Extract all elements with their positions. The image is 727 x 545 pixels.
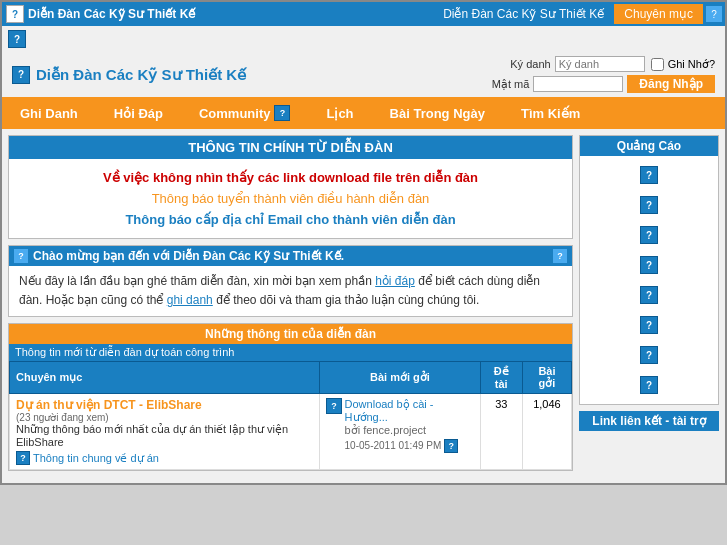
- ad-help-7: ?: [584, 340, 714, 370]
- forum-cat-cell: Dự án thư viện DTCT - ElibShare (23 ngườ…: [10, 394, 320, 470]
- welcome-box: ? Chào mừng bạn đến với Diễn Đàn Các Kỹ …: [8, 245, 573, 317]
- help-row: ?: [2, 26, 725, 52]
- window-help-icon[interactable]: ?: [705, 5, 723, 23]
- forum-table-header-row: Chuyên mục Bài mới gởi Đề tài Bài gởi: [10, 362, 572, 394]
- welcome-icon-right: ?: [552, 248, 568, 264]
- forum-cat-name[interactable]: Dự án thư viện DTCT - ElibShare: [16, 398, 313, 412]
- ad-icon-2[interactable]: ?: [640, 196, 658, 214]
- ad-box: Quảng Cáo ? ? ? ? ? ? ? ?: [579, 135, 719, 405]
- welcome-header: ? Chào mừng bạn đến với Diễn Đàn Các Kỹ …: [9, 246, 572, 266]
- welcome-icon-left: ?: [13, 248, 29, 264]
- logo-text: Diễn Đàn Các Kỹ Sư Thiết Kế: [36, 66, 246, 84]
- col-chuyenmuc: Chuyên mục: [10, 362, 320, 394]
- login-username-row: Ký danh Ghi Nhớ?: [510, 56, 715, 72]
- forum-subcat-row: ? Thông tin chung về dự án: [16, 451, 313, 465]
- ad-icon-5[interactable]: ?: [640, 286, 658, 304]
- ad-icon-4[interactable]: ?: [640, 256, 658, 274]
- forum-cat-desc: Những thông báo mới nhất của dự án thiết…: [16, 423, 313, 448]
- ad-body: ? ? ? ? ? ? ? ?: [580, 156, 718, 404]
- main-layout: THÔNG TIN CHÍNH TỪ DIỄN ĐÀN Về việc khôn…: [2, 129, 725, 483]
- username-input[interactable]: [555, 56, 645, 72]
- site-logo: ? Diễn Đàn Các Kỹ Sư Thiết Kế: [12, 66, 492, 84]
- remember-checkbox[interactable]: [651, 58, 664, 71]
- latest-post-date: 10-05-2011 01:49 PM: [345, 440, 442, 451]
- community-help-icon[interactable]: ?: [274, 105, 290, 121]
- ann-item-1: Về việc không nhìn thấy các link downloa…: [21, 167, 560, 188]
- ad-icon-6[interactable]: ?: [640, 316, 658, 334]
- title-bar: ? Diễn Đàn Các Kỹ Sư Thiết Kế Diễn Đàn C…: [2, 2, 725, 26]
- welcome-title: Chào mừng bạn đến với Diễn Đàn Các Kỹ Sư…: [33, 249, 552, 263]
- ad-icon-7[interactable]: ?: [640, 346, 658, 364]
- login-password-row: Mật mã Đăng Nhập: [492, 75, 715, 93]
- subcat-link[interactable]: Thông tin chung về dự án: [33, 452, 159, 465]
- ad-help-4: ?: [584, 250, 714, 280]
- title-tabs: Diễn Đàn Các Kỹ Sư Thiết Kế Chuyên mục: [433, 4, 703, 24]
- forum-latest-cell: ? Download bộ cài - Hướng... bởi fence.p…: [320, 394, 480, 470]
- username-label: Ký danh: [510, 58, 550, 70]
- ann-item-3: Thông báo cấp địa chỉ Email cho thành vi…: [21, 209, 560, 230]
- ad-help-5: ?: [584, 280, 714, 310]
- help-button-top[interactable]: ?: [8, 30, 26, 48]
- forum-section-header: Những thông tin của diễn đàn: [9, 324, 572, 344]
- nav-community-label: Community: [199, 106, 271, 121]
- subcat-icon: ?: [16, 451, 30, 465]
- latest-post-by: bởi fence.project: [345, 424, 427, 436]
- main-content: THÔNG TIN CHÍNH TỪ DIỄN ĐÀN Về việc khôn…: [8, 135, 573, 477]
- ad-help-3: ?: [584, 220, 714, 250]
- tab-home[interactable]: Diễn Đàn Các Kỹ Sư Thiết Kế: [433, 4, 614, 24]
- forum-section: Những thông tin của diễn đàn Thông tin m…: [8, 323, 573, 471]
- announcements-box: THÔNG TIN CHÍNH TỪ DIỄN ĐÀN Về việc khôn…: [8, 135, 573, 239]
- logo-icon: ?: [12, 66, 30, 84]
- nav-community[interactable]: Community ?: [181, 97, 309, 129]
- announcements-header: THÔNG TIN CHÍNH TỪ DIỄN ĐÀN: [9, 136, 572, 159]
- ad-help-8: ?: [584, 370, 714, 400]
- window-icon: ?: [6, 5, 24, 23]
- ad-icon-3[interactable]: ?: [640, 226, 658, 244]
- latest-post-title[interactable]: Download bộ cài - Hướng...: [345, 398, 434, 423]
- ad-header: Quảng Cáo: [580, 136, 718, 156]
- latest-post-icon2: ?: [444, 439, 458, 453]
- forum-topics-cell: 33: [480, 394, 522, 470]
- header-area: ? Diễn Đàn Các Kỹ Sư Thiết Kế Ký danh Gh…: [2, 52, 725, 97]
- login-area: Ký danh Ghi Nhớ? Mật mã Đăng Nhập: [492, 56, 715, 93]
- col-baimoigoi: Bài mới gởi: [320, 362, 480, 394]
- ad-help-6: ?: [584, 310, 714, 340]
- content-area: ? ? Diễn Đàn Các Kỹ Sư Thiết Kế Ký danh …: [2, 26, 725, 483]
- ann-text-2: Thông báo tuyển thành viên điều hành diễ…: [152, 191, 430, 206]
- login-button[interactable]: Đăng Nhập: [627, 75, 715, 93]
- ann-text-3: Thông báo cấp địa chỉ Email cho thành vi…: [125, 212, 455, 227]
- ann-text-1: Về việc không nhìn thấy các link downloa…: [103, 170, 478, 185]
- nav-ghi-danh[interactable]: Ghi Danh: [2, 97, 96, 129]
- announcements-body: Về việc không nhìn thấy các link downloa…: [9, 159, 572, 238]
- col-detai: Đề tài: [480, 362, 522, 394]
- ad-help-1: ?: [584, 160, 714, 190]
- nav-lich[interactable]: Lịch: [308, 97, 371, 129]
- forum-table: Chuyên mục Bài mới gởi Đề tài Bài gởi Dự…: [9, 361, 572, 470]
- nav-hoi-dap[interactable]: Hỏi Đáp: [96, 97, 181, 129]
- window: ? Diễn Đàn Các Kỹ Sư Thiết Kế Diễn Đàn C…: [0, 0, 727, 485]
- welcome-body: Nếu đây là lần đầu bạn ghé thăm diễn đàn…: [9, 266, 572, 316]
- forum-cat-viewers: (23 người đang xem): [16, 412, 313, 423]
- forum-row-1: Dự án thư viện DTCT - ElibShare (23 ngườ…: [10, 394, 572, 470]
- right-sidebar: Quảng Cáo ? ? ? ? ? ? ? ? Link liên kết …: [579, 135, 719, 477]
- col-baigoi: Bài gởi: [522, 362, 571, 394]
- tab-chuyen-muc[interactable]: Chuyên mục: [614, 4, 703, 24]
- latest-post-info: Download bộ cài - Hướng... bởi fence.pro…: [345, 398, 474, 453]
- nav-bar: Ghi Danh Hỏi Đáp Community ? Lịch Bài Tr…: [2, 97, 725, 129]
- latest-post-container: ? Download bộ cài - Hướng... bởi fence.p…: [326, 398, 473, 453]
- ann-item-2: Thông báo tuyển thành viên điều hành diễ…: [21, 188, 560, 209]
- hoidap-link[interactable]: hỏi đáp: [375, 274, 415, 288]
- password-label: Mật mã: [492, 78, 530, 91]
- ad-icon-1[interactable]: ?: [640, 166, 658, 184]
- ad-help-2: ?: [584, 190, 714, 220]
- latest-post-icon: ?: [326, 398, 341, 414]
- forum-posts-cell: 1,046: [522, 394, 571, 470]
- password-input[interactable]: [533, 76, 623, 92]
- window-title: Diễn Đàn Các Kỹ Sư Thiết Kế: [28, 7, 433, 21]
- ad-icon-8[interactable]: ?: [640, 376, 658, 394]
- link-section-header: Link liên kết - tài trợ: [579, 411, 719, 431]
- ghidanh-link[interactable]: ghi danh: [167, 293, 213, 307]
- forum-sub-header: Thông tin mới từ diễn đàn dự toán công t…: [9, 344, 572, 361]
- nav-bai-trong-ngay[interactable]: Bài Trong Ngày: [372, 97, 503, 129]
- nav-tim-kiem[interactable]: Tìm Kiếm: [503, 97, 598, 129]
